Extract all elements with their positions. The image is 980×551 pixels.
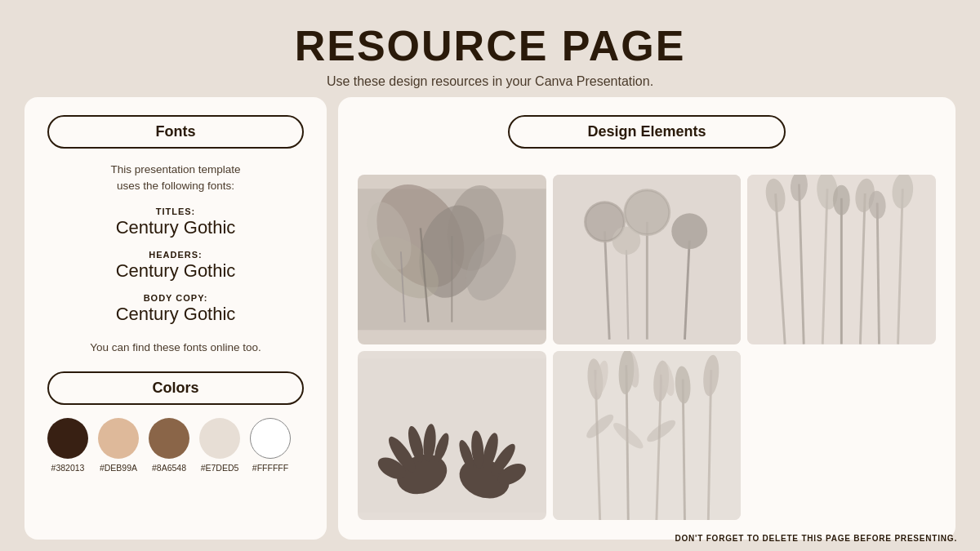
left-card: Fonts This presentation templateuses the… — [24, 97, 327, 540]
color-circle-3 — [149, 418, 189, 459]
color-hex-2: #DEB99A — [100, 463, 137, 473]
design-cell-leaves — [358, 175, 546, 344]
color-swatches: #382013 #DEB99A #8A6548 #E7DED5 — [47, 418, 304, 473]
fonts-section-header: Fonts — [47, 115, 304, 149]
color-swatch-2: #DEB99A — [98, 418, 139, 473]
color-circle-2 — [98, 418, 139, 459]
color-hex-1: #382013 — [51, 463, 85, 473]
color-circle-5 — [250, 418, 291, 459]
font-entry-headers: HEADERS: Century Gothic — [47, 250, 304, 287]
font-entry-titles: TITLES: Century Gothic — [47, 207, 304, 243]
design-elements-header: Design Elements — [508, 115, 786, 149]
color-circle-4 — [199, 418, 240, 459]
page-subtitle: Use these design resources in your Canva… — [295, 74, 686, 89]
color-hex-4: #E7DED5 — [201, 463, 239, 473]
design-images-grid — [358, 175, 936, 520]
color-swatch-1: #382013 — [47, 418, 88, 473]
design-cell-grass — [747, 175, 936, 344]
svg-point-32 — [833, 185, 850, 216]
color-hex-5: #FFFFFF — [252, 463, 288, 473]
page-header: RESOURCE PAGE Use these design resources… — [295, 0, 686, 97]
main-content: Fonts This presentation templateuses the… — [24, 97, 956, 551]
color-circle-1 — [47, 418, 88, 459]
font-label-headers: HEADERS: — [47, 250, 304, 260]
fonts-note: You can find these fonts online too. — [47, 341, 304, 353]
font-name-titles: Century Gothic — [47, 217, 304, 238]
color-swatch-3: #8A6548 — [149, 418, 189, 473]
font-label-body: BODY COPY: — [47, 293, 304, 303]
font-label-titles: TITLES: — [47, 207, 304, 216]
footer-note: DON'T FORGET TO DELETE THIS PAGE BEFORE … — [675, 534, 957, 543]
svg-point-17 — [671, 213, 707, 249]
page-title: RESOURCE PAGE — [295, 23, 686, 69]
fonts-description: This presentation templateuses the follo… — [47, 162, 304, 195]
font-name-body: Century Gothic — [47, 304, 304, 325]
design-cell-ball-flowers — [553, 175, 742, 344]
colors-section: Colors #382013 #DEB99A #8A6548 — [47, 371, 304, 473]
font-name-headers: Century Gothic — [47, 260, 304, 282]
color-swatch-4: #E7DED5 — [199, 418, 240, 473]
design-cell-wheat — [553, 351, 742, 521]
svg-rect-36 — [358, 358, 546, 513]
font-entry-body: BODY COPY: Century Gothic — [47, 293, 304, 330]
color-swatch-5: #FFFFFF — [250, 418, 291, 473]
colors-section-header: Colors — [47, 371, 304, 405]
right-card: Design Elements — [338, 97, 956, 540]
design-cell-hands — [358, 351, 546, 521]
color-hex-3: #8A6548 — [152, 463, 186, 473]
